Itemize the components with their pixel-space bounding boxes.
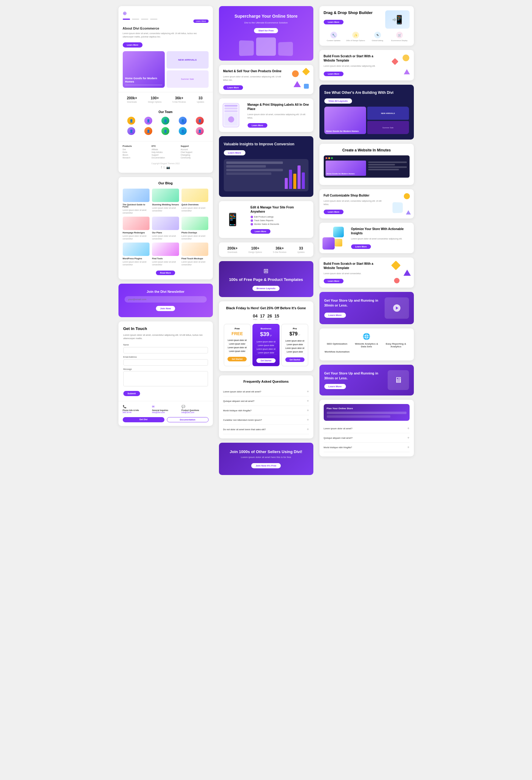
templates-cta-btn[interactable]: Browse Layouts xyxy=(253,286,280,291)
right-bottom-purple-section: Plan Your Online Store xyxy=(324,404,410,421)
blog-excerpt-9: Lorem ipsum dolor sit amet consectetur xyxy=(181,260,209,266)
optimize-inner: Optimize Your Store With Actionable Insi… xyxy=(319,223,414,253)
scratch-shapes xyxy=(391,53,412,78)
right-faq-toggle-2[interactable]: + xyxy=(407,436,409,440)
blog-read-more-btn[interactable]: Read More xyxy=(156,271,175,275)
bfs2-cta-btn[interactable]: Learn More xyxy=(324,279,344,283)
footer-link-support[interactable]: Support xyxy=(152,154,179,156)
plan-free-btn[interactable]: Get Started xyxy=(227,357,247,361)
see-summer-sale: Summer Sale xyxy=(367,121,409,134)
footer-link-chat[interactable]: Chat Support xyxy=(180,151,208,153)
newsletter-btn[interactable]: Join Now xyxy=(156,306,175,311)
message-label: Message xyxy=(123,368,208,370)
drag-drop-header: Drag & Drop Shop Builder Learn More 📲 xyxy=(324,10,410,29)
optimize-illustration xyxy=(319,223,347,253)
faq-item-4[interactable]: Curabitur non bibendum lorem ipsum? + xyxy=(223,415,309,425)
templates-title: 100s of Free Page & Product Templates xyxy=(225,277,307,283)
m-stat-label-2: Design Options xyxy=(249,251,262,253)
count-min-num: 26 xyxy=(267,313,272,319)
plan-pro-btn[interactable]: Get Started xyxy=(285,357,305,362)
nav-link-about[interactable]: Learn More xyxy=(193,19,208,23)
get-running-cta-btn[interactable]: Learn More xyxy=(324,312,346,318)
name-input[interactable] xyxy=(123,347,208,353)
right-faq-2[interactable]: Quisque aliquam mali amet? + xyxy=(324,433,410,443)
avatar-1: 👤 xyxy=(127,117,135,125)
footer-link-bloom[interactable]: Bloom xyxy=(123,154,150,156)
footer-link-help[interactable]: Help Articles xyxy=(152,151,179,153)
right-faq-toggle-3[interactable]: + xyxy=(407,445,409,449)
scratch-triangle-purple xyxy=(404,69,410,75)
about-cta-btn[interactable]: Learn More xyxy=(123,42,143,48)
footer-link-divi[interactable]: Divi xyxy=(123,148,150,150)
ficon-editing: ✎ Global Editing xyxy=(368,32,388,41)
faq-item-3[interactable]: Morbi tristique nibh fringilla? + xyxy=(223,406,309,415)
social-facebook-icon[interactable]: f xyxy=(161,166,162,169)
footer-link-changelog[interactable]: Changelog xyxy=(180,154,208,156)
get-divi-btn[interactable]: Get Divi xyxy=(123,417,164,422)
get-running-inner: Get Your Store Up and Running in 30min o… xyxy=(324,297,409,319)
faq-toggle-2[interactable]: + xyxy=(307,399,309,403)
design-options-icon: ✨ xyxy=(354,34,358,37)
edit-cta-btn[interactable]: Learn More xyxy=(251,229,271,234)
right-faq-3[interactable]: Morbi tristique nibh fringilla? + xyxy=(324,443,410,452)
footer-link-extra[interactable]: Extra xyxy=(123,151,150,153)
get-running-video-preview xyxy=(385,297,409,319)
edit-feature-3: Monitor Sales & Discounts xyxy=(251,223,309,226)
plan-business-btn[interactable]: Get Started xyxy=(256,358,276,363)
build-scratch-cta-btn[interactable]: Learn More xyxy=(324,71,344,76)
right-faq-1[interactable]: Lorem ipsum dolor sit amet? + xyxy=(324,424,410,433)
insights-row-2 xyxy=(226,165,266,167)
faq-toggle-5[interactable]: + xyxy=(307,427,309,431)
faq-item-2[interactable]: Quisque aliquam sed ali amet? + xyxy=(223,396,309,406)
faq-toggle-1[interactable]: + xyxy=(307,389,309,394)
middle-column: Supercharge Your Online Store Divi is th… xyxy=(219,6,313,475)
blog-title-3: Quick Overviews xyxy=(181,203,209,206)
edit-feature-1: Edit Product Listings xyxy=(251,216,309,218)
footer-link-affiliate[interactable]: Affiliate xyxy=(152,148,179,150)
blog-item-3: Quick Overviews Lorem ipsum dolor sit am… xyxy=(181,189,209,214)
see-new-arrivals: NEW ARRIVALS xyxy=(367,107,409,120)
newsletter-email-input[interactable] xyxy=(124,296,207,302)
email-input[interactable] xyxy=(123,359,208,365)
faq-item-1[interactable]: Lorem ipsum dolor sit amet elit amet? + xyxy=(223,387,309,396)
see-building-cta-btn[interactable]: View All Layouts xyxy=(324,98,352,104)
right-faq-toggle-1[interactable]: + xyxy=(407,426,409,431)
documentation-btn[interactable]: Documentation xyxy=(167,417,209,422)
faq-toggle-3[interactable]: + xyxy=(307,408,309,412)
store-running-cta-btn[interactable]: Learn More xyxy=(324,384,346,389)
optimize-cta-btn[interactable]: Learn More xyxy=(351,244,371,249)
count-hours-label: Hours xyxy=(260,319,265,320)
email-info-val: info@Divi.com xyxy=(152,411,179,413)
bar-5 xyxy=(302,173,305,189)
stat-num-3: 36k+ xyxy=(172,96,186,100)
join-cta-btn[interactable]: Join Now It's Free xyxy=(251,463,280,468)
mosaic-grid: Home Goods for Modern Homes NEW ARRIVALS… xyxy=(324,107,409,134)
customizable-cta-btn[interactable]: Learn More xyxy=(324,210,344,214)
social-instagram-icon[interactable]: 📷 xyxy=(166,166,170,169)
drag-drop-cta-btn[interactable]: Learn More xyxy=(324,20,344,25)
play-button-icon[interactable] xyxy=(393,304,401,312)
blog-title-9: Final Touch Mockups xyxy=(181,257,209,259)
footer-link-account[interactable]: Account xyxy=(180,148,208,150)
contact-desc: Lorem ipsum dolor sit amet, consectetur … xyxy=(123,333,208,340)
market-cta-btn[interactable]: Learn More xyxy=(223,85,243,90)
hero-cta-btn[interactable]: Start for Free xyxy=(254,28,278,33)
contact-submit-btn[interactable]: Submit xyxy=(123,391,140,396)
insights-content xyxy=(226,161,283,189)
hero-box-2 xyxy=(256,38,276,56)
ficon-circle-1: 🔧 xyxy=(330,32,337,38)
insights-cta-btn[interactable]: Learn More xyxy=(224,150,246,155)
faq-toggle-4[interactable]: + xyxy=(307,418,309,422)
template-icon: ⊞ xyxy=(225,267,307,275)
blog-thumb-3 xyxy=(181,189,209,202)
market-title: Market & Sell Your Own Products Online xyxy=(223,69,282,74)
shipping-cta-btn[interactable]: Learn More xyxy=(248,123,268,128)
faq-q-3: Morbi tristique nibh fringilla? xyxy=(223,409,252,412)
footer-link-monarch[interactable]: Monarch xyxy=(123,157,150,159)
faq-item-5[interactable]: Do not dolor sit amet lorem that sales e… xyxy=(223,425,309,434)
message-textarea[interactable] xyxy=(123,371,208,386)
footer-link-docs[interactable]: Documentation xyxy=(152,157,179,159)
footer-link-community[interactable]: Community xyxy=(180,157,208,159)
blog-title-5: Our Plans xyxy=(152,232,179,234)
social-twitter-icon[interactable]: t xyxy=(164,166,165,169)
